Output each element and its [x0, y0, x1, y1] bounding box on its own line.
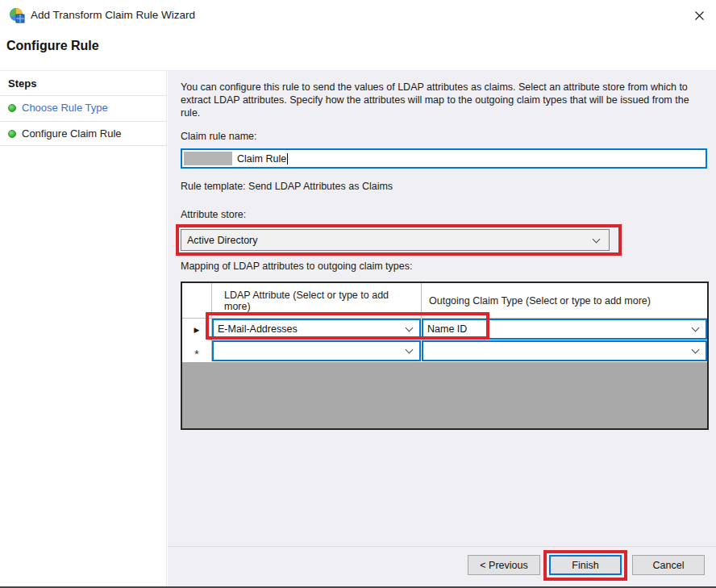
step-complete-dot-icon: [8, 104, 16, 112]
sidebar-item-choose-rule-type[interactable]: Choose Rule Type: [0, 96, 167, 120]
close-icon[interactable]: [690, 6, 708, 24]
ldap-attribute-value: E-Mail-Addresses: [218, 323, 298, 335]
footer-divider: [168, 546, 716, 547]
chevron-down-icon: [593, 236, 601, 244]
page-title: Configure Rule: [6, 39, 99, 53]
rule-description-text: You can configure this rule to send the …: [181, 81, 706, 119]
column-header-outgoing-claim-type: Outgoing Claim Type (Select or type to a…: [429, 283, 706, 318]
mapping-table: LDAP Attribute (Select or type to add mo…: [181, 281, 709, 430]
outgoing-claim-type-dropdown-row1[interactable]: Name ID: [422, 319, 707, 340]
step-complete-dot-icon: [8, 130, 16, 138]
previous-button[interactable]: < Previous: [468, 555, 540, 575]
text-caret: [287, 153, 288, 165]
grid-empty-area: [182, 362, 707, 428]
cancel-button[interactable]: Cancel: [632, 555, 705, 575]
sidebar-item-label: Choose Rule Type: [22, 102, 108, 114]
ldap-attribute-dropdown-row1[interactable]: E-Mail-Addresses: [212, 319, 421, 340]
sidebar-item-label: Configure Claim Rule: [22, 127, 122, 140]
window-title: Add Transform Claim Rule Wizard: [31, 0, 195, 31]
ldap-attribute-dropdown-row2[interactable]: [212, 340, 421, 361]
attribute-store-dropdown[interactable]: Active Directory: [181, 229, 610, 251]
row-marker-current: ▶: [182, 319, 211, 340]
sidebar-divider: [0, 145, 167, 146]
mapping-label: Mapping of LDAP attributes to outgoing c…: [181, 261, 412, 272]
claim-rule-name-label: Claim rule name:: [181, 131, 256, 142]
attribute-store-value: Active Directory: [187, 235, 258, 246]
steps-sidebar: Steps Choose Rule Type Configure Claim R…: [0, 71, 167, 586]
sidebar-item-configure-claim-rule[interactable]: Configure Claim Rule: [0, 122, 167, 146]
wizard-content-pane: You can configure this rule to send the …: [168, 71, 716, 586]
title-bar: Add Transform Claim Rule Wizard: [0, 0, 716, 31]
outgoing-claim-type-dropdown-row2[interactable]: [422, 340, 707, 361]
claim-rule-name-value: Claim Rule: [237, 153, 286, 165]
chevron-down-icon: [406, 324, 414, 332]
adfs-wizard-icon: [8, 6, 26, 24]
rule-template-text: Rule template: Send LDAP Attributes as C…: [181, 181, 393, 192]
chevron-down-icon: [692, 324, 700, 332]
new-row-asterisk-icon: *: [194, 352, 199, 357]
current-row-arrow-icon: ▶: [194, 326, 200, 334]
row-marker-new: *: [182, 340, 211, 362]
claim-rule-name-input[interactable]: Claim Rule: [181, 148, 707, 169]
chevron-down-icon: [406, 346, 414, 354]
outgoing-claim-type-value: Name ID: [427, 323, 467, 335]
redacted-text-block: [184, 152, 232, 165]
steps-header: Steps: [8, 77, 36, 90]
finish-button[interactable]: Finish: [549, 555, 622, 575]
grid-line: [421, 283, 422, 318]
chevron-down-icon: [692, 346, 700, 354]
attribute-store-label: Attribute store:: [181, 209, 246, 220]
column-header-ldap-attribute: LDAP Attribute (Select or type to add mo…: [224, 283, 410, 318]
